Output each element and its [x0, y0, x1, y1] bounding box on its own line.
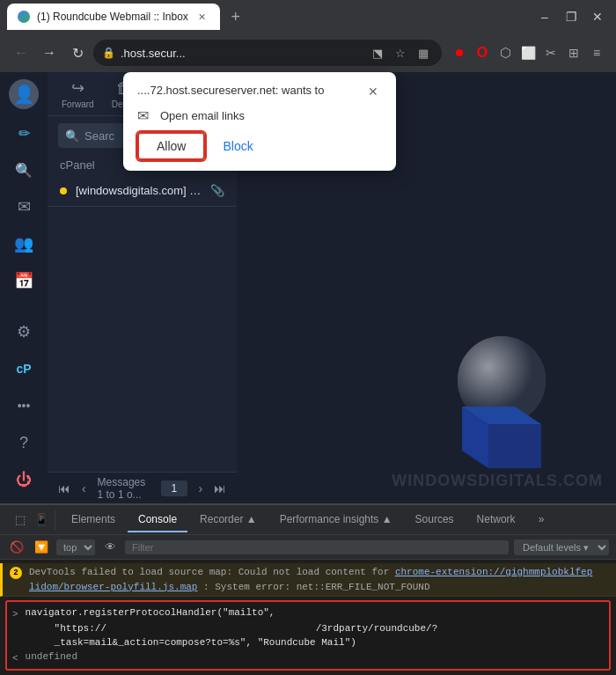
svg-marker-2 — [488, 424, 541, 468]
address-bar: ← → ↻ 🔒 .host.secur... ⬔ ☆ ▦ O ⬡ ⬜ ✂ ⊞ ≡ — [0, 33, 616, 72]
reload-button[interactable]: ↻ — [65, 40, 90, 65]
tab-recorder[interactable]: Recorder ▲ — [189, 508, 268, 532]
popup-close-icon[interactable]: ✕ — [364, 83, 382, 100]
last-page-button[interactable]: ⏭ — [214, 478, 226, 499]
console-prompt-1: > — [12, 609, 18, 620]
console-indent-2 — [12, 637, 24, 648]
allow-button[interactable]: Allow — [137, 132, 205, 160]
sidebar-item-more[interactable]: ••• — [7, 389, 40, 422]
address-action-icons: ⬔ ☆ ▦ — [368, 43, 433, 62]
tab-sources[interactable]: Sources — [405, 508, 465, 532]
window-controls: – ❐ ✕ — [533, 5, 609, 28]
puzzle-icon[interactable]: ⊞ — [563, 42, 584, 63]
sidebar-item-help[interactable]: ? — [7, 426, 40, 459]
email-item[interactable]: [windowsdigitals.com] Client c... 📎 — [48, 175, 237, 207]
photo-icon[interactable]: ⬜ — [517, 42, 539, 63]
menu-icon[interactable]: ≡ — [586, 42, 607, 63]
title-bar: (1) Roundcube Webmail :: Inbox ✕ + – ❐ ✕ — [0, 0, 616, 33]
devtools-toolbar: 🚫 🔽 top 👁 Default levels ▾ — [0, 535, 616, 560]
console-code-text-2: "https:// /3rdparty/roundcube/? — [31, 623, 437, 634]
new-tab-button[interactable]: + — [224, 4, 248, 29]
decorative-shape — [414, 319, 590, 477]
next-page-button[interactable]: › — [194, 478, 207, 499]
lock-icon: 🔒 — [102, 47, 115, 59]
console-content: 2 DevTools failed to load source map: Co… — [0, 560, 616, 675]
popup-buttons: Allow Block — [137, 132, 382, 160]
console-indent — [12, 623, 24, 634]
log-levels-select[interactable]: Default levels ▾ — [514, 539, 609, 555]
extensions-bar: O ⬡ ⬜ ✂ ⊞ ≡ — [449, 42, 607, 63]
user-avatar[interactable]: 👤 — [9, 79, 39, 109]
inspect-icon[interactable]: ⬚ — [11, 510, 30, 530]
console-code-line-4: < undefined — [12, 649, 604, 665]
sidebar-item-brand[interactable]: cP — [7, 352, 40, 385]
console-code-line-3: _task=mail&_action=compose?to=%s", "Roun… — [12, 635, 604, 649]
sidebar-item-search[interactable]: 🔍 — [7, 153, 40, 187]
devtools-tabs: ⬚ 📱 Elements Console Recorder ▲ Performa… — [0, 505, 616, 535]
tab-close-icon[interactable]: ✕ — [195, 10, 209, 24]
forward-icon: ↪ — [71, 78, 84, 98]
maximize-button[interactable]: ❐ — [560, 5, 583, 28]
sidebar-item-compose[interactable]: ✏ — [7, 116, 40, 150]
sidebar-item-power[interactable]: ⏻ — [7, 463, 40, 496]
console-code-line-2: "https:// /3rdparty/roundcube/? — [12, 621, 604, 635]
browser-tab[interactable]: (1) Roundcube Webmail :: Inbox ✕ — [7, 4, 220, 30]
popup-option: ✉ Open email links — [137, 107, 382, 123]
pagination-label: Messages 1 to 1 o... — [98, 476, 154, 501]
console-warning-text: DevTools failed to load source map: Coul… — [29, 565, 609, 594]
warning-badge: 2 — [10, 567, 22, 579]
forward-label: Forward — [62, 99, 94, 109]
crop-icon[interactable]: ✂ — [540, 42, 561, 63]
share-icon[interactable]: ⬔ — [368, 43, 387, 62]
close-button[interactable]: ✕ — [586, 5, 609, 28]
wallet-icon[interactable]: ⬡ — [495, 42, 516, 63]
email-subject: [windowsdigitals.com] Client c... — [76, 184, 202, 197]
pagination: ⏮ ‹ Messages 1 to 1 o... 1 › ⏭ — [48, 472, 237, 503]
clear-console-icon[interactable]: 🚫 — [7, 538, 26, 557]
popup-option-label: Open email links — [160, 109, 245, 122]
email-list: [windowsdigitals.com] Client c... 📎 — [48, 175, 237, 472]
warning-text-prefix: DevTools failed to load source map: Coul… — [29, 567, 395, 577]
context-select[interactable]: top — [56, 539, 95, 555]
console-filter-input[interactable] — [125, 540, 509, 554]
cast-icon[interactable]: ▦ — [414, 43, 433, 62]
warning-text-suffix: : System error: net::ERR_FILE_NOT_FOUND — [203, 582, 429, 592]
sidebar-item-mail[interactable]: ✉ — [7, 190, 40, 224]
prev-page-button[interactable]: ‹ — [77, 478, 90, 499]
watermark: WindowsDigitals.com — [392, 472, 603, 490]
console-code-text-3: _task=mail&_action=compose?to=%s", "Roun… — [31, 637, 356, 648]
opera-icon[interactable]: O — [472, 42, 493, 63]
bookmark-icon[interactable]: ☆ — [391, 43, 410, 62]
email-link-icon: ✉ — [137, 107, 153, 123]
back-button[interactable]: ← — [9, 40, 33, 65]
device-icon[interactable]: 📱 — [32, 510, 51, 530]
sidebar: 👤 ✏ 🔍 ✉ 👥 📅 ⚙ cP ••• ? ⏻ — [0, 72, 48, 503]
console-code-line-1: > navigator.registerProtocolHandler("mai… — [12, 605, 604, 621]
popup-title: ....72.host.secureserver.net: wants to — [137, 83, 364, 99]
block-button[interactable]: Block — [212, 132, 263, 160]
attachment-icon: 📎 — [210, 184, 224, 197]
sidebar-item-settings[interactable]: ⚙ — [7, 315, 40, 349]
address-text: .host.secur... — [121, 47, 363, 60]
forward-button[interactable]: ↪ Forward — [62, 78, 94, 109]
sidebar-item-contacts[interactable]: 👥 — [7, 227, 40, 260]
minimize-button[interactable]: – — [533, 5, 556, 28]
tab-network[interactable]: Network — [466, 508, 526, 532]
console-result-prompt: < — [12, 653, 18, 664]
popup-header: ....72.host.secureserver.net: wants to ✕ — [137, 83, 382, 100]
tab-elements[interactable]: Elements — [61, 508, 126, 532]
eye-icon[interactable]: 👁 — [100, 538, 120, 557]
filter-toggle-icon[interactable]: 🔽 — [32, 538, 51, 557]
tab-console[interactable]: Console — [128, 508, 187, 532]
tab-performance[interactable]: Performance insights ▲ — [269, 508, 403, 532]
sidebar-item-calendar[interactable]: 📅 — [7, 264, 40, 297]
permission-popup: ....72.host.secureserver.net: wants to ✕… — [123, 72, 396, 171]
address-input[interactable]: 🔒 .host.secur... ⬔ ☆ ▦ — [93, 40, 442, 66]
first-page-button[interactable]: ⏮ — [58, 478, 70, 499]
console-warning-row: 2 DevTools failed to load source map: Co… — [0, 563, 616, 597]
page-number-input[interactable]: 1 — [161, 481, 187, 496]
tab-more[interactable]: » — [528, 508, 555, 532]
search-icon: 🔍 — [65, 129, 79, 143]
forward-button[interactable]: → — [37, 40, 62, 65]
dot-icon[interactable] — [449, 42, 470, 63]
